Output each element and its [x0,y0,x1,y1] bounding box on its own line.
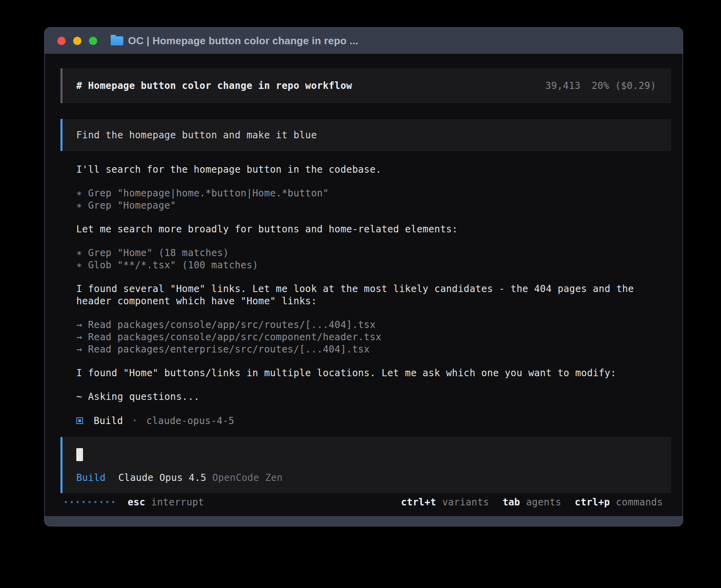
spinner-dot [71,501,73,503]
separator-dot: · [132,415,138,426]
spinner-dot [94,501,96,503]
tool-call-line: → Read packages/console/app/src/componen… [76,331,667,343]
hint-key: tab [502,497,520,508]
transcript: I'll search for the homepage button in t… [76,164,667,438]
tool-call-line: ∗ Grep "Homepage" [76,200,667,212]
assistant-text-line: I'll search for the homepage button in t… [76,164,667,176]
transcript-paragraph: I found "Home" buttons/links in multiple… [76,367,667,379]
tool-call-line: → Read packages/console/app/src/routes/[… [76,319,667,331]
context-usage: 20% ($0.29) [592,80,656,91]
titlebar[interactable]: OC | Homepage button color change in rep… [45,28,683,54]
transcript-paragraph: ∗ Grep "homepage|home.*button|Home.*butt… [76,187,667,212]
hint-key-esc: esc [128,497,145,508]
hint-label: agents [526,497,561,508]
prompt-input[interactable]: Build Claude Opus 4.5 OpenCode Zen [60,437,671,493]
status-bar: esc interrupt ctrl+tvariantstabagentsctr… [65,496,663,508]
agent-model-name: claude-opus-4-5 [146,415,234,426]
input-provider-label: OpenCode Zen [212,472,283,483]
assistant-text-line: I found "Home" buttons/links in multiple… [76,367,667,379]
agent-name: Build [94,415,123,426]
assistant-text-line: ~ Asking questions... [76,391,667,403]
hint-key: ctrl+t [401,497,436,508]
transcript-paragraph: Let me search more broadly for buttons a… [76,223,667,236]
input-agent-label: Build [76,472,106,483]
text-cursor [76,448,83,461]
hint-label: commands [616,497,663,508]
hint-interrupt: esc interrupt [128,497,204,508]
user-message: Find the homepage button and make it blu… [60,119,671,151]
spinner-dot [100,501,102,503]
terminal-window: OC | Homepage button color change in rep… [44,27,683,526]
transcript-paragraph: Build·claude-opus-4-5 [76,415,667,427]
tool-call-line: ∗ Grep "Home" (18 matches) [76,247,667,259]
token-count: 39,413 [545,80,581,91]
hint-label: variants [442,497,489,508]
transcript-paragraph: ~ Asking questions... [76,391,667,403]
tool-call-line: → Read packages/enterprise/src/routes/[.… [76,343,667,356]
tool-call-line: ∗ Glob "**/*.tsx" (100 matches) [76,259,667,271]
status-bar-right: ctrl+tvariantstabagentsctrl+pcommands [401,497,663,508]
spinner-dot [83,501,85,503]
spinner-dots [65,501,114,503]
spinner-dot [65,501,67,503]
hint-key: ctrl+p [575,497,610,508]
spinner-dot [77,501,79,503]
zoom-button[interactable] [89,37,97,45]
transcript-paragraph: I'll search for the homepage button in t… [76,164,667,176]
transcript-paragraph: → Read packages/console/app/src/routes/[… [76,319,667,356]
hint-label-interrupt: interrupt [151,497,204,508]
assistant-text-line: I found several "Home" links. Let me loo… [76,283,667,295]
terminal-content: # Homepage button color change in repo w… [45,54,683,516]
session-stats: 39,413 20% ($0.29) [545,80,656,91]
assistant-text-line: header component which have "Home" links… [76,295,667,307]
spinner-dot [106,501,108,503]
spinner-dot [112,501,114,503]
agent-square-icon [76,417,83,424]
spinner-dot [89,501,91,503]
minimize-button[interactable] [73,37,81,45]
session-title: # Homepage button color change in repo w… [76,80,352,91]
session-header: # Homepage button color change in repo w… [60,68,671,103]
window-title: OC | Homepage button color change in rep… [128,35,359,47]
hint-commands: ctrl+pcommands [575,497,663,508]
folder-icon [111,36,123,45]
transcript-paragraph: I found several "Home" links. Let me loo… [76,283,667,307]
hint-variants: ctrl+tvariants [401,497,489,508]
hint-agents: tabagents [502,497,561,508]
input-model-label: Claude Opus 4.5 [118,472,206,483]
user-message-text: Find the homepage button and make it blu… [76,130,317,141]
transcript-paragraph: ∗ Grep "Home" (18 matches)∗ Glob "**/*.t… [76,247,667,271]
tool-call-line: ∗ Grep "homepage|home.*button|Home.*butt… [76,187,667,200]
input-meta: Build Claude Opus 4.5 OpenCode Zen [76,471,656,484]
close-button[interactable] [57,37,66,45]
assistant-text-line: Let me search more broadly for buttons a… [76,223,667,236]
